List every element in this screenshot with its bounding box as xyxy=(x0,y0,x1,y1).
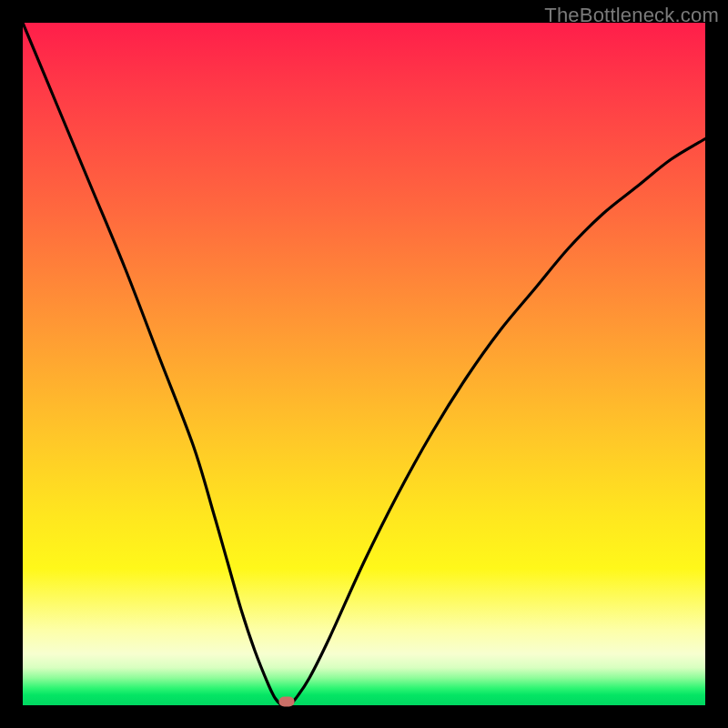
chart-frame: TheBottleneck.com xyxy=(0,0,728,728)
plot-area xyxy=(23,23,705,705)
minimum-marker xyxy=(279,697,295,707)
bottleneck-curve xyxy=(23,23,705,705)
watermark-text: TheBottleneck.com xyxy=(544,4,719,27)
